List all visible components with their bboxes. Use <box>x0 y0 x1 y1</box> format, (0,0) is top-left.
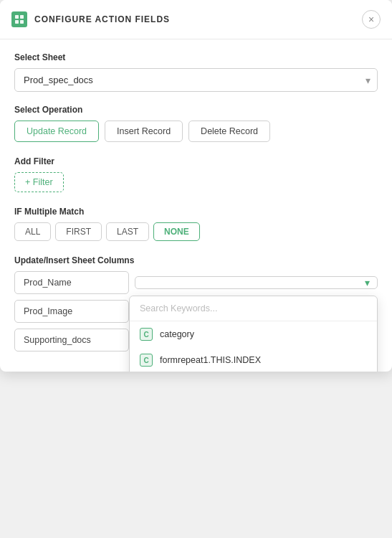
match-first-button[interactable]: FIRST <box>55 222 102 241</box>
sheet-label: Select Sheet <box>14 52 378 62</box>
columns-section: Update/Insert Sheet Columns Prod_Name ▾ … <box>14 255 378 351</box>
svg-rect-0 <box>15 15 19 19</box>
svg-rect-1 <box>20 15 24 19</box>
column-value-prodname[interactable]: ▾ <box>135 276 378 289</box>
op-update-button[interactable]: Update Record <box>14 121 99 142</box>
column-name-prodname: Prod_Name <box>14 271 129 294</box>
item-icon-category: C <box>140 328 153 341</box>
item-label-category: category <box>160 329 194 339</box>
modal-header: CONFIGURE ACTION FIELDS × <box>0 0 392 39</box>
op-insert-button[interactable]: Insert Record <box>105 121 183 142</box>
add-filter-button[interactable]: + Filter <box>14 172 64 192</box>
match-all-button[interactable]: ALL <box>14 222 51 241</box>
multi-match-section: IF Multiple Match ALL FIRST LAST NONE <box>14 207 378 241</box>
item-icon-formrepeat1-index: C <box>140 354 153 367</box>
item-label-formrepeat1-index: formrepeat1.THIS.INDEX <box>160 355 261 365</box>
dropdown-overlay: C category C formrepeat1.THIS.INDEX C fo… <box>129 296 378 372</box>
modal-title: CONFIGURE ACTION FIELDS <box>34 14 355 24</box>
column-dropdown-arrow-icon[interactable]: ▾ <box>365 277 370 288</box>
sheet-select-wrapper: Prod_spec_docs ▾ <box>14 68 378 92</box>
column-name-prodimage: Prod_Image <box>14 300 129 323</box>
filter-label: Add Filter <box>14 156 378 166</box>
svg-rect-2 <box>15 20 19 24</box>
dropdown-item-category[interactable]: C category <box>130 321 377 347</box>
configure-action-modal: CONFIGURE ACTION FIELDS × Select Sheet P… <box>0 0 392 372</box>
operation-label: Select Operation <box>14 105 378 115</box>
op-delete-button[interactable]: Delete Record <box>188 121 270 142</box>
columns-label: Update/Insert Sheet Columns <box>14 255 378 265</box>
match-last-button[interactable]: LAST <box>106 222 149 241</box>
multi-match-label: IF Multiple Match <box>14 207 378 217</box>
modal-body: Select Sheet Prod_spec_docs ▾ Select Ope… <box>0 39 392 372</box>
close-button[interactable]: × <box>362 10 381 29</box>
operation-group: Update Record Insert Record Delete Recor… <box>14 121 378 142</box>
multi-match-group: ALL FIRST LAST NONE <box>14 222 378 241</box>
dropdown-item-formrepeat1-index[interactable]: C formrepeat1.THIS.INDEX <box>130 347 377 372</box>
sheet-select[interactable]: Prod_spec_docs <box>14 68 378 92</box>
dropdown-search-input[interactable] <box>130 296 377 321</box>
header-icon <box>11 11 27 27</box>
match-none-button[interactable]: NONE <box>153 222 200 241</box>
column-name-supportingdocs: Supporting_docs <box>14 329 129 351</box>
svg-rect-3 <box>20 20 24 24</box>
column-row-prodname: Prod_Name ▾ C category C formrepeat1.THI… <box>14 271 378 294</box>
